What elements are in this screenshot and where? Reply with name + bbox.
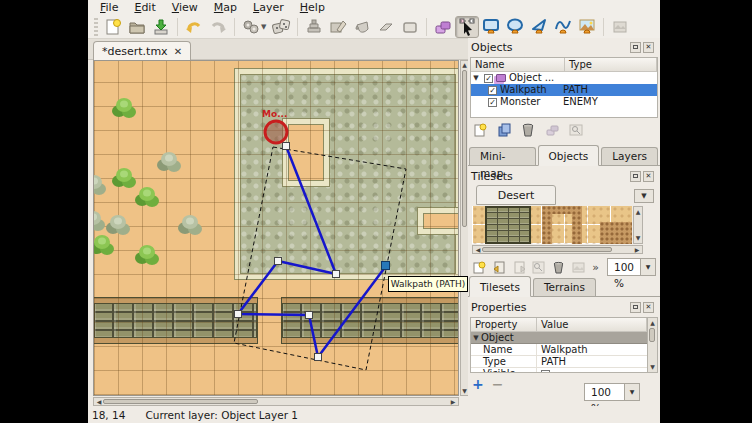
insert-rectangle-tool-button[interactable] [479, 16, 503, 38]
path-node[interactable] [283, 143, 290, 150]
float-panel-icon[interactable] [630, 42, 641, 53]
remove-object-button[interactable] [518, 121, 538, 139]
export-tileset-button[interactable] [511, 258, 527, 276]
bucket-fill-button[interactable] [350, 16, 374, 38]
walkpath-polyline[interactable] [238, 146, 386, 357]
insert-polygon-tool-button[interactable] [527, 16, 551, 38]
scroll-up-icon[interactable]: ▲ [461, 61, 468, 69]
object-visible-checkbox[interactable]: ✓ [488, 98, 497, 107]
properties-col-value[interactable]: Value [537, 318, 647, 331]
property-group-object[interactable]: ▼ Object [471, 332, 647, 344]
scroll-down-icon[interactable]: ▼ [461, 387, 468, 395]
rect-select-button[interactable] [398, 16, 422, 38]
menu-map[interactable]: Map [206, 0, 245, 16]
import-tileset-button[interactable] [492, 258, 508, 276]
path-node[interactable] [275, 258, 282, 265]
tileset-horizontal-scrollbar[interactable]: ◀ ▶ [472, 245, 643, 254]
property-row-name[interactable]: Name Walkpath [471, 344, 647, 356]
menu-help[interactable]: Help [292, 0, 333, 16]
object-row-monster[interactable]: ✓ Monster ENEMY [471, 96, 657, 108]
property-row-visible[interactable]: Visible ✓ [471, 368, 647, 373]
scrollbar-thumb[interactable] [462, 70, 467, 227]
tab-layers[interactable]: Layers [601, 147, 658, 165]
tab-terrains[interactable]: Terrains [533, 278, 596, 296]
scroll-left-icon[interactable]: ◀ [95, 398, 103, 406]
document-tab[interactable]: *desert.tmx ✕ [93, 41, 191, 60]
goto-object-button[interactable] [566, 121, 586, 139]
insert-polyline-tool-button[interactable] [551, 16, 575, 38]
save-map-button[interactable] [149, 16, 173, 38]
redo-button[interactable] [206, 16, 230, 38]
expander-icon[interactable]: ▼ [471, 332, 481, 344]
tileset-properties-button[interactable] [531, 258, 547, 276]
tileset-image[interactable] [472, 206, 632, 244]
map-canvas[interactable]: Mo... [93, 60, 459, 396]
tab-mini-map[interactable]: Mini-map [469, 147, 536, 165]
duplicate-object-button[interactable] [494, 121, 514, 139]
tileset-zoom-combo[interactable]: 100 % ▼ [607, 258, 656, 276]
close-tab-icon[interactable]: ✕ [174, 46, 182, 57]
add-property-button[interactable]: + [472, 376, 484, 392]
combo-dropdown-icon[interactable]: ▼ [624, 384, 639, 400]
new-tileset-button[interactable] [472, 258, 488, 276]
properties-col-property[interactable]: Property [471, 318, 537, 331]
visible-checkbox[interactable]: ✓ [541, 370, 550, 374]
monster-object-circle[interactable] [265, 121, 287, 143]
close-panel-icon[interactable]: ✕ [643, 171, 654, 182]
path-node[interactable] [315, 354, 322, 361]
menu-view[interactable]: View [164, 0, 206, 16]
toolbar-overflow-icon[interactable]: » [592, 261, 599, 274]
eraser-button[interactable] [374, 16, 398, 38]
scroll-down-icon[interactable]: ▼ [634, 234, 642, 242]
tileset-dropdown-icon[interactable]: ▼ [634, 189, 654, 203]
expander-icon[interactable]: ▼ [471, 72, 481, 84]
tileset-tab-desert[interactable]: Desert [476, 185, 556, 205]
map-horizontal-scrollbar[interactable]: ◀ ▶ [93, 397, 459, 406]
objects-col-name[interactable]: Name [471, 58, 565, 71]
close-panel-icon[interactable]: ✕ [643, 302, 654, 313]
add-object-button[interactable] [470, 121, 490, 139]
scroll-left-icon[interactable]: ◀ [474, 246, 482, 254]
scroll-up-icon[interactable]: ▲ [634, 208, 642, 216]
objects-col-type[interactable]: Type [565, 58, 657, 71]
terrain-tool-button[interactable] [326, 16, 350, 38]
close-panel-icon[interactable]: ✕ [643, 42, 654, 53]
scrollbar-thumb[interactable] [482, 247, 612, 252]
tab-objects[interactable]: Objects [538, 145, 600, 166]
insert-ellipse-tool-button[interactable] [503, 16, 527, 38]
property-row-type[interactable]: Type PATH [471, 356, 647, 368]
insert-tile-tool-button[interactable] [575, 16, 599, 38]
object-visible-checkbox[interactable]: ✓ [488, 86, 497, 95]
menu-file[interactable]: File [92, 0, 126, 16]
float-panel-icon[interactable] [630, 171, 641, 182]
object-layer-row[interactable]: ▼ ✓ Object ... [471, 72, 657, 84]
move-object-button[interactable] [542, 121, 562, 139]
scroll-up-icon[interactable]: ▲ [648, 319, 657, 327]
path-node[interactable] [333, 271, 340, 278]
undo-button[interactable] [182, 16, 206, 38]
open-map-button[interactable] [125, 16, 149, 38]
combo-dropdown-icon[interactable]: ▼ [640, 259, 655, 275]
path-node[interactable] [306, 312, 313, 319]
stamp-tool-button[interactable] [302, 16, 326, 38]
stamp-dropdown-arrow[interactable]: ▼ [261, 23, 269, 31]
float-panel-icon[interactable] [630, 302, 641, 313]
scrollbar-thumb[interactable] [103, 399, 258, 404]
scroll-right-icon[interactable]: ▶ [449, 398, 457, 406]
selection-bounds[interactable] [234, 147, 406, 370]
object-row-walkpath[interactable]: ✓ Walkpath PATH [471, 84, 657, 96]
properties-scrollbar[interactable]: ▲ ▼ [647, 318, 657, 372]
scroll-down-icon[interactable]: ▼ [648, 363, 657, 371]
edit-terrain-button[interactable] [571, 258, 587, 276]
tileset-vertical-scrollbar[interactable]: ▲ ▼ [633, 206, 643, 244]
scrollbar-thumb[interactable] [649, 328, 655, 342]
layer-visible-checkbox[interactable]: ✓ [484, 74, 493, 83]
random-dice-button[interactable] [269, 16, 293, 38]
path-node[interactable] [235, 311, 242, 318]
menu-edit[interactable]: Edit [126, 0, 163, 16]
map-zoom-combo[interactable]: 100 % ▼ [584, 383, 640, 401]
remove-property-button[interactable]: − [492, 376, 504, 392]
object-layer-button[interactable] [431, 16, 455, 38]
new-map-button[interactable] [101, 16, 125, 38]
stamp-brush-button[interactable] [239, 16, 263, 38]
